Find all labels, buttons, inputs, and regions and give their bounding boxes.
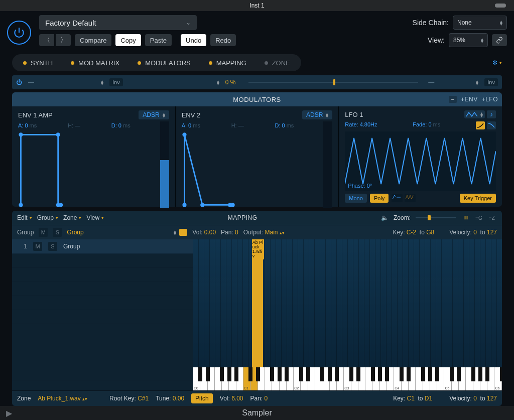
zone-menu[interactable]: Zone▾ [63,214,81,221]
env2-decay[interactable]: D: 0ms [275,122,294,128]
group-vel-hi[interactable]: 127 [487,229,497,236]
tab-zone[interactable]: ZONE [256,56,298,70]
group-solo-button[interactable]: S [53,228,62,237]
window-title: Inst 1 [249,2,264,9]
group-pan[interactable]: 0 [235,229,238,236]
pitch-button[interactable]: Pitch [191,393,213,403]
mod-target-select[interactable]: —▴▾ [425,79,481,86]
lfo-fade[interactable]: Fade: 0 ms [413,121,440,129]
lfo-phase[interactable]: Phase: 0° [348,183,372,189]
env1-mode-select[interactable]: ADSR▴▾ [139,110,169,119]
zoom-slider[interactable] [416,217,456,218]
lfo-note-button[interactable]: ♪ [487,110,496,118]
zone-key-hi[interactable]: D1 [425,395,432,402]
svg-point-4 [59,203,63,207]
link-button[interactable] [492,34,507,46]
tab-modulators[interactable]: MODULATORS [130,56,199,70]
group-key-hi[interactable]: G8 [426,229,434,236]
view-menu[interactable]: View▾ [86,214,104,221]
tab-synth[interactable]: SYNTH [15,56,61,70]
group-key-lo[interactable]: C-2 [407,229,416,236]
copy-button[interactable]: Copy [115,34,141,46]
group-output[interactable]: Main ▴▾ [265,229,285,236]
lfo-key-trigger-button[interactable]: Key Trigger [460,194,496,203]
group-vol[interactable]: 0.00 [204,229,216,236]
zone-map[interactable]: Ab Pluck_1.wav [193,239,502,367]
group-vel-lo[interactable]: 0 [473,229,477,236]
lfo-env-icon-2[interactable] [405,194,416,202]
settings-menu-button[interactable]: ✻ ▾ [492,59,502,66]
next-preset-button[interactable]: 〉 [56,34,71,46]
mod-power-button[interactable]: ⏻ [16,79,22,86]
zone-key-lo[interactable]: C1 [407,395,414,402]
view-zoom-select[interactable]: 85% ▴▾ [449,33,488,47]
env2-attack[interactable]: A: 0ms [182,122,200,128]
env2-hold[interactable]: H: — [231,122,244,128]
footer: ▶ Sampler [0,406,514,420]
group-list-item[interactable]: 1 M S Group [12,239,193,254]
sidechain-select[interactable]: None ▴▾ [453,16,507,30]
lfo-rate[interactable]: Rate: 4.80Hz [345,121,377,129]
lfo-mono-button[interactable]: Mono [345,194,367,203]
zone-vel-hi[interactable]: 127 [487,395,497,402]
zone-vol[interactable]: 6.00 [231,395,243,402]
env1-attack[interactable]: A: 0ms [18,122,37,128]
zone-tune[interactable]: 0.00 [173,395,184,402]
zone-root-key[interactable]: C#1 [138,395,149,402]
view-mode-grid-icon[interactable]: ⦀⦀ [461,214,471,222]
paste-button[interactable]: Paste [145,34,172,46]
env1-panel: ENV 1 AMP ADSR▴▾ A: 0ms H: — D: 0ms Vel [12,106,176,207]
mod-via-select[interactable]: ▴▾ [126,80,222,85]
add-lfo-button[interactable]: +LFO [482,96,498,103]
env1-decay[interactable]: D: 0ms [111,122,131,128]
invert-button[interactable]: Inv [109,78,123,86]
env1-graph[interactable] [18,130,156,208]
env2-graph[interactable] [182,130,320,208]
env1-hold[interactable]: H: — [68,122,80,128]
view-mode-g-icon[interactable]: ≡G [474,214,484,222]
group-name-select[interactable]: Group ▴▾ [67,229,187,236]
modulators-header: MODULATORS − +ENV +LFO [12,92,502,106]
speaker-icon[interactable]: 🔈 [381,214,389,221]
group-menu[interactable]: Group▾ [37,214,58,221]
preset-select[interactable]: Factory Default ⌄ [39,15,197,30]
compare-button[interactable]: Compare [75,34,111,46]
svg-point-5 [182,203,186,207]
prev-preset-button[interactable]: 〈 [39,34,54,46]
tab-mapping[interactable]: MAPPING [201,56,254,70]
lfo-fade-out-button[interactable] [487,121,496,129]
lfo-waveform-select[interactable]: ▴▾ [464,110,485,118]
lfo-waveform-display[interactable]: Phase: 0° [345,131,496,191]
add-env-button[interactable]: +ENV [461,96,478,103]
group-mute-button[interactable]: M [39,228,48,237]
play-icon[interactable]: ▶ [6,408,12,418]
view-mode-z-icon[interactable]: ≡Z [487,214,497,222]
power-button[interactable] [7,21,31,45]
env2-mode-select[interactable]: ADSR▴▾ [302,110,332,119]
undo-button[interactable]: Undo [181,34,206,46]
tab-mod-matrix[interactable]: MOD MATRIX [63,56,127,70]
solo-button[interactable]: S [48,242,57,251]
zone-file-select[interactable]: Ab Pluck_1.wav ▴▾ [38,395,87,402]
sample-zone-label: Ab Pluck_1.wav [252,239,264,259]
keyboard[interactable]: C0C1C2C3C4C5C6 [193,367,502,390]
remove-modulator-button[interactable]: − [449,96,457,103]
env2-vel-slider[interactable] [323,121,332,208]
group-label: Group [17,229,34,236]
mute-button[interactable]: M [33,242,42,251]
lfo-fade-in-button[interactable] [476,121,485,129]
mod-source-select[interactable]: —▴▾ [25,79,106,86]
zone-pan[interactable]: 0 [265,395,268,402]
env1-vel-slider[interactable] [160,121,169,208]
zone-vel-lo[interactable]: 0 [473,395,477,402]
invert-button-2[interactable]: Inv [484,78,498,86]
redo-button[interactable]: Redo [210,34,236,46]
env2-panel: ENV 2 ADSR▴▾ A: 0ms H: — D: 0ms Vel [176,106,339,207]
lfo1-title: LFO 1 [345,111,363,118]
mod-amount[interactable]: 0 % [225,79,241,86]
mod-amount-slider[interactable] [248,82,419,83]
lfo-env-icon-1[interactable] [392,194,403,202]
svg-point-1 [19,132,23,136]
edit-menu[interactable]: Edit▾ [17,214,32,221]
lfo-poly-button[interactable]: Poly [370,194,389,203]
